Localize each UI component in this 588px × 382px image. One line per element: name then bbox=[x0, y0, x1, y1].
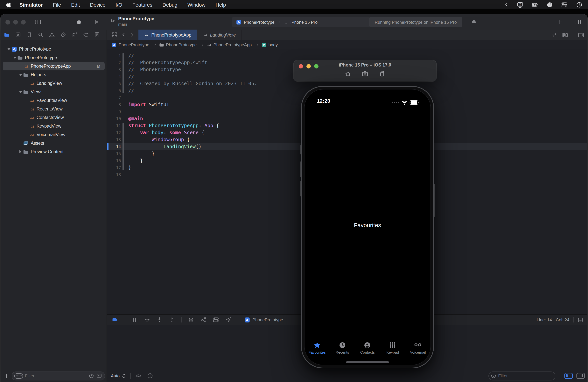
phone-tab[interactable]: Recents bbox=[330, 341, 355, 354]
debug-control-icon[interactable] bbox=[213, 317, 219, 323]
debug-control-icon[interactable] bbox=[188, 317, 194, 323]
menu-item[interactable]: Help bbox=[216, 2, 226, 8]
phone-tab[interactable]: Contacts bbox=[355, 341, 380, 354]
menu-status-icon[interactable] bbox=[517, 1, 524, 8]
editor-tab[interactable]: PhonePrototypeApp bbox=[138, 30, 197, 40]
navigator-tab-icon[interactable] bbox=[60, 32, 66, 38]
console-filter-field[interactable] bbox=[488, 371, 555, 380]
tree-item[interactable]: Preview Content bbox=[3, 148, 105, 156]
phone-tab[interactable]: Keypad bbox=[380, 341, 405, 354]
variables-view-toggle[interactable] bbox=[564, 373, 573, 379]
forward-button[interactable] bbox=[129, 32, 135, 38]
home-indicator[interactable] bbox=[346, 361, 389, 363]
tree-item[interactable]: Assets bbox=[3, 139, 105, 148]
scheme-project-label[interactable]: PhonePrototype bbox=[244, 20, 274, 24]
navigator-tab-icon[interactable] bbox=[72, 32, 77, 38]
menu-item[interactable]: Features bbox=[132, 2, 152, 8]
add-file-button[interactable] bbox=[3, 373, 9, 379]
apple-menu-icon[interactable] bbox=[6, 2, 12, 8]
breadcrumb[interactable]: body bbox=[262, 42, 278, 47]
breadcrumb[interactable]: PhonePrototype bbox=[159, 42, 207, 47]
quick-look-icon[interactable] bbox=[135, 373, 141, 379]
debug-control-icon[interactable] bbox=[156, 317, 163, 323]
menu-app-name[interactable]: Simulator bbox=[20, 2, 43, 8]
tree-item[interactable]: Views bbox=[3, 87, 105, 96]
tree-item[interactable]: ContactsView bbox=[3, 113, 105, 122]
running-app-chip[interactable]: PhonePrototype bbox=[244, 317, 283, 323]
tree-item[interactable]: FavouritesView bbox=[3, 96, 105, 105]
menu-item[interactable]: Device bbox=[90, 2, 105, 8]
tree-item[interactable]: PhonePrototype bbox=[3, 45, 105, 53]
stop-button[interactable] bbox=[76, 20, 82, 25]
phone-tab[interactable]: Favourites bbox=[304, 341, 330, 354]
variables-scope-selector[interactable]: Auto bbox=[111, 373, 120, 378]
menu-status-icon[interactable] bbox=[576, 1, 583, 8]
tree-item[interactable]: RecentsView bbox=[3, 105, 105, 113]
simulator-toolbar-icon[interactable] bbox=[362, 70, 368, 77]
menu-item[interactable]: Window bbox=[188, 2, 206, 8]
editor-options-icon[interactable] bbox=[562, 32, 568, 38]
back-button[interactable] bbox=[121, 32, 126, 38]
minimap-toggle-icon[interactable] bbox=[578, 317, 583, 323]
disclosure-chevron[interactable] bbox=[12, 57, 17, 59]
info-icon[interactable] bbox=[147, 373, 153, 379]
console-filter-input[interactable] bbox=[496, 373, 555, 378]
navigator-tab-icon[interactable] bbox=[83, 32, 89, 38]
simulator-toolbar-icon[interactable] bbox=[345, 70, 351, 77]
menu-status-icon[interactable] bbox=[561, 1, 568, 8]
source-control-filter-icon[interactable] bbox=[96, 373, 102, 379]
related-items-icon[interactable] bbox=[112, 32, 117, 38]
tree-item[interactable]: KeypadView bbox=[3, 122, 105, 130]
window-zoom-button[interactable] bbox=[21, 20, 26, 24]
navigator-tab-icon[interactable] bbox=[4, 32, 10, 38]
debug-control-icon[interactable] bbox=[112, 317, 119, 323]
menu-item[interactable]: File bbox=[53, 2, 61, 8]
filter-options-icon[interactable] bbox=[14, 373, 23, 379]
debug-control-icon[interactable] bbox=[144, 317, 150, 323]
editor-tab[interactable]: LandingView bbox=[197, 30, 241, 40]
tree-item[interactable]: PhonePrototypeApp M bbox=[3, 62, 105, 70]
library-add-button[interactable] bbox=[557, 19, 563, 25]
window-minimize-button[interactable] bbox=[13, 20, 18, 24]
run-button[interactable] bbox=[94, 19, 100, 25]
navigator-tab-icon[interactable] bbox=[49, 32, 55, 38]
iphone-screen[interactable]: 12:20 Favourites Favourites Recents bbox=[304, 89, 431, 365]
phone-tab[interactable]: Voicemail bbox=[405, 341, 431, 354]
menu-status-icon[interactable] bbox=[504, 2, 509, 7]
breadcrumb[interactable]: PhonePrototypeApp bbox=[207, 42, 262, 47]
navigator-tab-icon[interactable] bbox=[26, 32, 32, 38]
add-editor-icon[interactable] bbox=[578, 32, 584, 38]
navigator-filter-input[interactable] bbox=[23, 373, 89, 378]
disclosure-chevron[interactable] bbox=[18, 91, 23, 93]
navigator-tab-icon[interactable] bbox=[38, 32, 43, 38]
menu-status-icon[interactable] bbox=[532, 1, 538, 8]
disclosure-chevron[interactable] bbox=[18, 150, 23, 153]
tree-item[interactable]: Helpers bbox=[3, 70, 105, 79]
editor-layout-button[interactable] bbox=[574, 19, 581, 25]
navigator-tab-icon[interactable] bbox=[15, 32, 21, 38]
recent-files-icon[interactable] bbox=[89, 373, 94, 379]
navigator-tab-icon[interactable] bbox=[94, 32, 100, 38]
navigator-divider[interactable] bbox=[106, 30, 107, 382]
menu-item[interactable]: I/O bbox=[116, 2, 122, 8]
tree-item[interactable]: LandingView bbox=[3, 79, 105, 87]
disclosure-chevron[interactable] bbox=[18, 74, 23, 76]
debug-control-icon[interactable] bbox=[238, 317, 238, 322]
activity-scheme-bar[interactable]: PhonePrototype iPhone 15 Pro Running Pho… bbox=[232, 17, 462, 27]
disclosure-chevron[interactable] bbox=[6, 48, 11, 50]
console-view-toggle[interactable] bbox=[576, 373, 585, 379]
debug-control-icon[interactable] bbox=[181, 317, 182, 322]
menu-item[interactable]: Debug bbox=[162, 2, 177, 8]
menu-item[interactable]: Edit bbox=[71, 2, 80, 8]
toggle-navigator-button[interactable] bbox=[35, 19, 41, 25]
tree-item[interactable]: PhonePrototype bbox=[3, 53, 105, 62]
breadcrumb[interactable]: PhonePrototype bbox=[112, 42, 159, 47]
tree-item[interactable]: VoicemailView bbox=[3, 130, 105, 139]
debug-control-icon[interactable] bbox=[169, 317, 175, 323]
navigator-filter-field[interactable] bbox=[12, 371, 105, 380]
scheme-device-label[interactable]: iPhone 15 Pro bbox=[291, 20, 317, 24]
scope-stepper-icon[interactable] bbox=[122, 373, 126, 379]
debug-control-icon[interactable] bbox=[131, 317, 138, 323]
window-close-button[interactable] bbox=[5, 20, 10, 24]
debug-control-icon[interactable] bbox=[200, 317, 207, 323]
